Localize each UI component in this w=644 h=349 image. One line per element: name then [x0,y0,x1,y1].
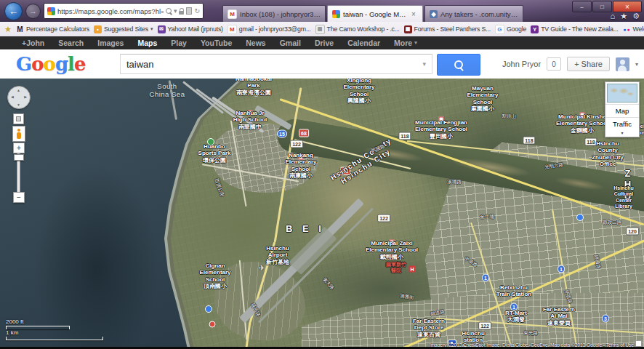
nav-item-images[interactable]: Images [97,39,124,47]
favorite-item[interactable]: GGoogle [495,25,526,34]
compatibility-view-icon[interactable] [186,7,192,15]
chevron-down-icon[interactable]: ▾ [635,61,638,68]
chevron-down-icon[interactable]: ▾ [174,7,177,15]
browser-tab[interactable]: taiwan - Google Maps× [327,5,423,22]
zoom-out-button[interactable]: − [13,192,25,203]
favorite-item[interactable]: •Suggested Sites▾ [94,25,153,33]
map-label: 湳雅街 [400,293,415,301]
airplane-icon[interactable]: ✈ [259,264,265,272]
traffic-button[interactable]: Traffic [605,117,639,130]
browser-tab[interactable]: ◆Any takers - .com.unity Forums [424,5,523,22]
route-shield-122: 122 [377,214,390,222]
nav-item-maps[interactable]: Maps [137,39,157,47]
map-canvas[interactable]: ▲ ▼ ◀ ▶ + − Map Traffic ▾ 2000 ft 1 km I… [0,79,644,349]
search-icon[interactable] [166,8,172,14]
search-history-chevron-icon[interactable]: ▾ [416,60,432,68]
pan-right-icon[interactable]: ▶ [24,95,27,99]
notifications-badge[interactable]: 0 [547,57,561,71]
nav-item-news[interactable]: News [246,39,265,47]
nav-item-search[interactable]: Search [58,39,84,47]
nav-item-label: YouTube [201,39,232,47]
search-button[interactable] [437,54,480,76]
close-tab-icon[interactable]: × [409,10,418,18]
route-shield-118: 118 [398,132,411,140]
nav-item-calendar[interactable]: Calendar [347,39,380,47]
minimize-button[interactable]: – [572,1,592,12]
zoom-slider-handle[interactable] [14,154,24,161]
chevron-down-icon: ▾ [150,26,153,32]
forum-icon: ◆ [430,10,438,18]
map-button[interactable]: Map [605,104,639,117]
refresh-icon[interactable]: ↻ [194,7,200,15]
route-shield-3: 3 [602,315,609,323]
chevron-down-icon[interactable]: ▾ [605,130,639,137]
favorites-star-icon[interactable]: ★ [620,12,627,21]
avatar[interactable] [616,57,629,71]
gmail-icon: M [228,9,237,19]
pin-blue-marker[interactable] [576,214,584,221]
nav-item-youtube[interactable]: YouTube [201,39,232,47]
nav-item-gmail[interactable]: Gmail [280,39,301,47]
map-type-control: Map Traffic ▾ [605,81,640,137]
map-label: 犁頭山 [502,113,516,119]
address-bar[interactable]: https://maps.google.com/maps?hl=en&tab=m… [44,3,204,19]
pin-blue-marker[interactable] [205,305,212,313]
scale-control: 2000 ft 1 km [6,318,103,340]
pegman-button[interactable] [12,126,25,142]
nav-item-drive[interactable]: Drive [315,39,334,47]
pan-down-icon[interactable]: ▼ [17,103,20,107]
nav-item-more[interactable]: More▾ [394,39,417,47]
poi-marker[interactable] [580,113,585,118]
close-button[interactable]: × [613,1,642,12]
poi-marker[interactable] [439,117,444,122]
favorite-item[interactable]: ✉Yahoo! Mail (jrpnuts) [158,25,223,33]
favorite-item[interactable]: ▦Forums - Steel Panthers S... [404,25,491,33]
favorite-item[interactable]: Welcome to Flickr! [623,25,644,33]
overview-map-thumbnail[interactable] [607,84,637,103]
park-marker[interactable] [252,89,259,97]
url-text[interactable]: https://maps.google.com/maps?hl=en&tab=m… [57,7,164,15]
back-button[interactable]: ← [4,2,23,20]
poi-marker[interactable] [299,155,304,160]
search-box[interactable]: ▾ [120,54,432,74]
poi-marker[interactable] [390,240,395,245]
report-problem-box[interactable] [635,340,642,347]
home-icon[interactable]: ⌂ [611,12,616,21]
park-marker[interactable] [207,138,214,145]
favorite-icon: ▤ [315,25,325,34]
gear-icon[interactable]: ⚙ [632,12,640,21]
route-shield-1: 1 [558,265,565,273]
favorite-item[interactable]: YTV Guide - The New Zeala... [531,25,618,33]
site-favicon [47,7,55,15]
reset-view-button[interactable] [13,113,24,124]
logo-letter: o [44,53,55,75]
pan-control[interactable]: ▲ ▼ ◀ ▶ [7,86,31,109]
forward-button[interactable]: → [25,4,41,19]
map-label: Municipal Fengjian Elementary School 豐田國… [415,119,467,140]
hospital-marker[interactable]: H [409,266,416,273]
add-favorite-icon[interactable]: ★ [4,25,12,34]
map-label: Xinglong Elementary School 興隆國小 [343,79,374,105]
pan-left-icon[interactable]: ◀ [11,95,14,99]
favorite-item[interactable]: MPercentage Calculators [16,25,89,33]
nav-item-play[interactable]: Play [171,39,187,47]
favorite-label: Yahoo! Mail (jrpnuts) [168,25,223,33]
pin-red-marker[interactable] [209,321,216,328]
restore-button[interactable]: □ [592,1,612,12]
favorite-icon [623,25,631,33]
favorite-item[interactable]: Mgmail - johnpryor33@gm... [228,25,311,34]
favorite-label: Suggested Sites [104,25,148,33]
favorite-label: TV Guide - The New Zeala... [541,25,618,33]
nav-item-john[interactable]: +John [22,39,44,47]
zoom-in-button[interactable]: + [13,143,25,153]
search-input[interactable] [121,59,416,70]
poi-marker[interactable] [248,111,253,116]
pegman-icon [17,129,21,139]
pan-up-icon[interactable]: ▲ [17,88,20,92]
route-shield-15: 15 [277,130,287,138]
share-button[interactable]: + Share [567,57,610,71]
nav-item-label: News [246,39,265,47]
browser-tab[interactable]: MInbox (108) - johnpryor33@gm... [222,5,326,22]
user-name[interactable]: John Pryor [502,60,541,68]
favorite-item[interactable]: ▤The Camo Workshop - .c... [315,25,400,34]
